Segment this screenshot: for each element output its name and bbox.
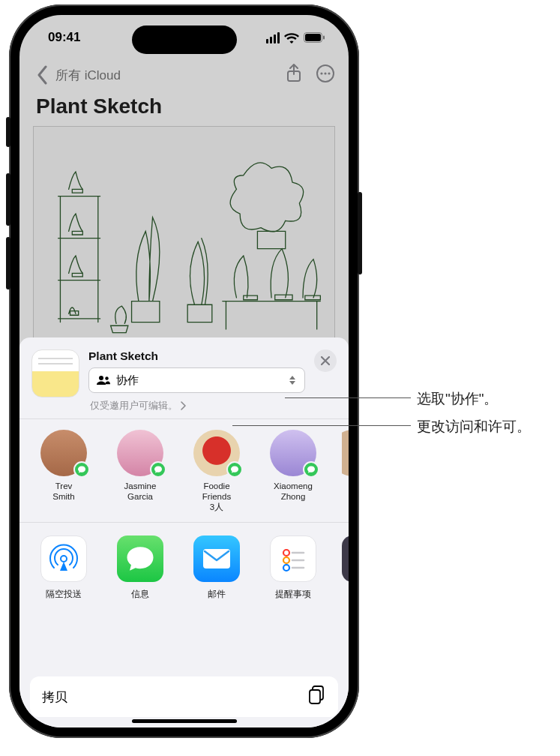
share-contact[interactable]: C	[342, 430, 349, 513]
contact-name-line2: 3人	[210, 502, 223, 512]
reminders-icon	[270, 536, 316, 582]
permission-text: 仅受邀用户可编辑。	[90, 399, 178, 412]
contact-name-line1: Trev	[55, 481, 73, 491]
collab-label: 协作	[116, 374, 139, 388]
callout-line	[232, 425, 411, 426]
callout-collab: 选取"协作"。	[417, 389, 499, 409]
svg-point-9	[105, 376, 109, 380]
copy-icon	[308, 686, 326, 709]
callout-line	[285, 398, 411, 398]
share-app-airdrop[interactable]: 隔空投送	[36, 536, 91, 601]
chevron-right-icon	[181, 401, 187, 410]
phone-frame: 09:41 所有 iCloud	[9, 4, 359, 738]
contact-name-line2: Smith	[52, 491, 74, 502]
share-app-reminders[interactable]: 提醒事项	[265, 536, 321, 601]
collaboration-mode-select[interactable]: 协作	[88, 368, 305, 393]
app-label: 信息	[131, 589, 149, 599]
home-indicator[interactable]	[132, 719, 237, 723]
app-label: 邮件	[208, 589, 226, 599]
airdrop-icon	[40, 536, 87, 582]
messages-badge-icon	[150, 461, 166, 478]
share-contact[interactable]: Jasmine Garcia	[112, 430, 168, 513]
volume-down-button	[6, 237, 10, 290]
contact-name-line1: Foodie Friends	[189, 481, 244, 502]
ringer-switch	[6, 117, 10, 147]
copy-action[interactable]: 拷贝	[30, 676, 338, 717]
contact-name-line2: Garcia	[127, 491, 153, 502]
copy-label: 拷贝	[42, 688, 67, 706]
contact-name-line1: Jasmine	[124, 481, 157, 491]
messages-badge-icon	[73, 461, 90, 478]
svg-point-8	[99, 376, 103, 380]
close-button[interactable]	[314, 350, 337, 372]
app-icon	[342, 536, 349, 582]
share-app-messages[interactable]: 信息	[112, 536, 168, 601]
svg-point-13	[283, 557, 289, 563]
share-item-title: Plant Sketch	[88, 350, 305, 368]
screen: 09:41 所有 iCloud	[19, 15, 349, 728]
permission-settings-link[interactable]: 仅受邀用户可编辑。	[88, 399, 305, 412]
svg-point-10	[61, 556, 67, 562]
contact-name-line1: Xiaomeng	[274, 481, 313, 491]
volume-up-button	[6, 173, 10, 226]
app-label: 隔空投送	[46, 589, 82, 599]
mail-icon	[193, 536, 240, 582]
svg-rect-11	[203, 549, 230, 568]
power-button	[358, 192, 362, 274]
app-label: 提醒事项	[275, 589, 311, 599]
svg-point-12	[283, 550, 289, 556]
svg-point-14	[283, 565, 289, 571]
share-apps-row: 隔空投送 信息 邮件	[19, 522, 349, 614]
share-app-mail[interactable]: 邮件	[189, 536, 244, 601]
people-icon	[97, 375, 110, 386]
share-contact[interactable]: Trev Smith	[36, 430, 91, 513]
messages-icon	[117, 536, 163, 582]
share-contact[interactable]: Foodie Friends 3人	[189, 430, 244, 513]
share-contacts-row: Trev Smith Jasmine Garcia Foodie Friends…	[19, 419, 349, 522]
notes-app-icon	[31, 350, 79, 398]
callout-permission: 更改访问和许可。	[417, 417, 531, 436]
share-contact[interactable]: Xiaomeng Zhong	[265, 430, 321, 513]
select-arrows-icon	[288, 374, 297, 386]
close-icon	[321, 356, 330, 365]
share-sheet: Plant Sketch 协作 仅受邀用户可编辑。	[19, 338, 349, 728]
messages-badge-icon	[303, 461, 319, 478]
share-app-more[interactable]	[342, 536, 349, 601]
messages-badge-icon	[226, 461, 243, 478]
svg-rect-19	[310, 690, 320, 704]
contact-name-line2: Zhong	[281, 491, 306, 502]
